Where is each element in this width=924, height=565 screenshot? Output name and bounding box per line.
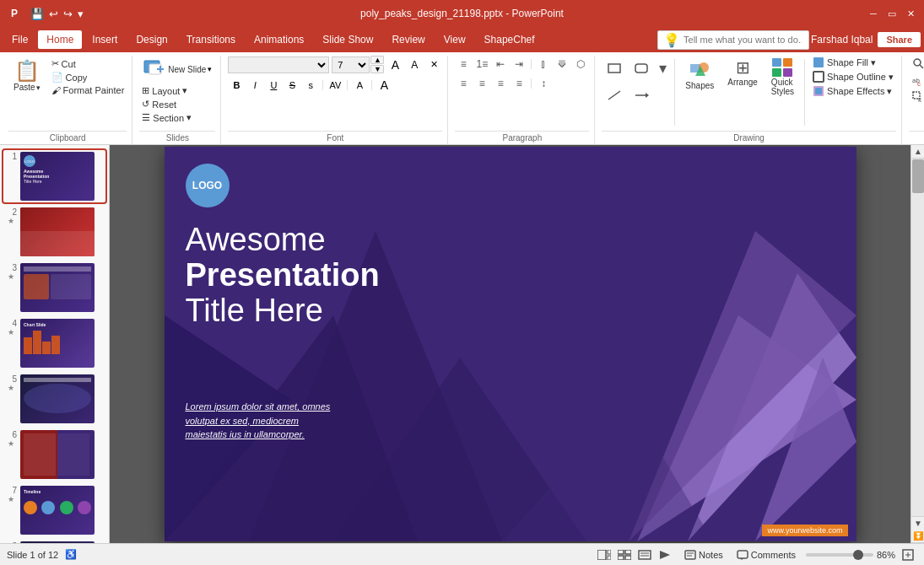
line-spacing-button[interactable]: ↕ <box>535 75 552 92</box>
scroll-track[interactable] <box>911 159 924 516</box>
italic-button[interactable]: I <box>246 77 263 94</box>
slide-thumb-8[interactable]: 8 ★ <box>3 540 105 543</box>
share-button[interactable]: Share <box>878 32 921 47</box>
slide-thumb-5[interactable]: 5 ★ <box>3 373 105 425</box>
bullets-button[interactable]: ≡ <box>455 56 472 73</box>
paste-button[interactable]: 📋 Paste ▾ <box>8 56 46 95</box>
scroll-down-button[interactable]: ▼ <box>911 516 924 530</box>
underline-button[interactable]: U <box>265 77 282 94</box>
redo-icon[interactable]: ↪ <box>63 8 73 20</box>
section-button[interactable]: ☰ Section ▾ <box>139 111 215 124</box>
shapes-dropdown-button[interactable]: ▾ <box>656 56 669 81</box>
zoom-thumb[interactable] <box>853 550 863 560</box>
decrease-indent-button[interactable]: ⇤ <box>492 56 509 73</box>
new-slide-button[interactable]: New Slide ▾ <box>139 56 215 83</box>
tell-me-search[interactable]: 💡 <box>657 30 809 50</box>
slide-panel[interactable]: 1 LOGO Awesome Presentation Title Here 2… <box>0 145 110 543</box>
menu-insert[interactable]: Insert <box>84 30 126 49</box>
increase-indent-button[interactable]: ⇥ <box>511 56 527 73</box>
menu-file[interactable]: File <box>3 30 36 49</box>
minimize-button[interactable]: ─ <box>867 7 880 20</box>
tell-me-input[interactable] <box>684 35 802 45</box>
font-color-button[interactable]: A <box>351 77 368 94</box>
svg-marker-48 <box>660 551 670 559</box>
undo-icon[interactable]: ↩ <box>49 8 58 20</box>
svg-rect-19 <box>813 72 824 82</box>
text-highlight-button[interactable]: A <box>376 77 392 94</box>
slide-thumb-7[interactable]: 7 ★ Timeline <box>3 484 105 536</box>
clear-format-button[interactable]: ✕ <box>425 56 442 73</box>
menu-transitions[interactable]: Transitions <box>178 30 244 49</box>
slide-sorter-button[interactable] <box>615 547 634 562</box>
menu-review[interactable]: Review <box>383 30 433 49</box>
notes-button[interactable]: Notes <box>681 549 727 561</box>
status-left: Slide 1 of 12 ♿ <box>7 549 77 560</box>
bold-button[interactable]: B <box>228 77 245 94</box>
svg-rect-15 <box>783 58 792 67</box>
slide-thumb-1[interactable]: 1 LOGO Awesome Presentation Title Here <box>3 150 105 202</box>
align-right-button[interactable]: ≡ <box>492 75 509 92</box>
font-size-select[interactable]: 7 <box>332 56 370 73</box>
font-size-increase-button[interactable]: ▲ <box>370 56 384 64</box>
menu-home[interactable]: Home <box>38 30 82 49</box>
cut-button[interactable]: ✂ Cut <box>49 57 127 70</box>
format-painter-button[interactable]: 🖌 Format Painter <box>49 84 127 96</box>
convert-to-smartart-button[interactable]: ⬡ <box>572 56 589 73</box>
close-button[interactable]: ✕ <box>904 7 917 20</box>
menu-slideshow[interactable]: Slide Show <box>314 30 381 49</box>
text-shadow-button[interactable]: s <box>302 77 319 94</box>
quick-styles-button[interactable]: QuickStyles <box>766 56 799 98</box>
comments-button[interactable]: Comments <box>733 549 799 561</box>
slide-thumb-4[interactable]: 4 ★ Chart Slide <box>3 317 105 369</box>
user-area: Farshad Iqbal Share <box>811 32 921 47</box>
slide-title-area: Awesome Presentation Title Here <box>186 223 380 328</box>
restore-button[interactable]: ▭ <box>885 7 899 20</box>
shape-outline-button[interactable]: Shape Outline ▾ <box>810 70 896 83</box>
decrease-font-button[interactable]: A <box>406 56 423 73</box>
menu-animations[interactable]: Animations <box>246 30 312 49</box>
slide-thumb-3[interactable]: 3 ★ <box>3 261 105 314</box>
reset-button[interactable]: ↺ Reset <box>139 98 215 110</box>
zoom-slider[interactable] <box>806 553 873 557</box>
character-spacing-button[interactable]: AV <box>327 77 343 94</box>
shapes-button[interactable]: Shapes <box>680 56 719 92</box>
shape-line-button[interactable] <box>602 83 627 108</box>
align-center-button[interactable]: ≡ <box>473 75 490 92</box>
columns-button[interactable]: ⫿ <box>535 56 552 73</box>
shape-effects-button[interactable]: Shape Effects ▾ <box>810 84 896 98</box>
shape-rectangle-button[interactable] <box>602 56 627 81</box>
scroll-bottom-button[interactable]: ⏬ <box>911 530 924 543</box>
slide-thumb-2[interactable]: 2 ★ <box>3 206 105 258</box>
align-left-button[interactable]: ≡ <box>455 75 472 92</box>
find-button[interactable]: Find <box>909 56 924 71</box>
shape-arrow-button[interactable] <box>629 83 654 108</box>
copy-button[interactable]: 📄 Copy <box>49 71 127 83</box>
customize-icon[interactable]: ▾ <box>78 8 84 20</box>
increase-font-button[interactable]: A <box>386 56 403 73</box>
text-direction-button[interactable]: ⟱ <box>554 56 570 73</box>
slide-canvas[interactable]: LOGO Awesome Presentation Title Here Lor… <box>165 147 856 541</box>
strikethrough-button[interactable]: S <box>284 77 300 94</box>
menu-shapechef[interactable]: ShapeChef <box>476 30 543 49</box>
fit-slide-button[interactable] <box>899 548 917 562</box>
slideshow-view-button[interactable] <box>656 547 674 562</box>
arrange-button[interactable]: ⊞ Arrange <box>722 56 763 89</box>
status-bar: Slide 1 of 12 ♿ <box>0 543 924 565</box>
reading-view-button[interactable] <box>635 547 654 562</box>
slide-thumb-6[interactable]: 6 ★ <box>3 428 105 481</box>
numbering-button[interactable]: 1≡ <box>473 56 490 73</box>
scroll-up-button[interactable]: ▲ <box>911 145 924 159</box>
replace-button[interactable]: ab c Replace ▾ <box>909 73 924 88</box>
shape-rounded-button[interactable] <box>629 56 654 81</box>
select-button[interactable]: k Select ▾ <box>909 89 924 105</box>
menu-view[interactable]: View <box>435 30 474 49</box>
layout-button[interactable]: ⊞ Layout ▾ <box>139 84 215 97</box>
font-name-select[interactable] <box>228 56 329 73</box>
justify-button[interactable]: ≡ <box>511 75 527 92</box>
save-icon[interactable]: 💾 <box>30 8 44 20</box>
font-size-decrease-button[interactable]: ▼ <box>370 65 384 73</box>
menu-design[interactable]: Design <box>127 30 176 49</box>
window-title: poly_peaks_design_21198.pptx - PowerPoin… <box>360 8 564 19</box>
shape-fill-button[interactable]: Shape Fill ▾ <box>810 56 896 69</box>
normal-view-button[interactable] <box>595 547 613 562</box>
